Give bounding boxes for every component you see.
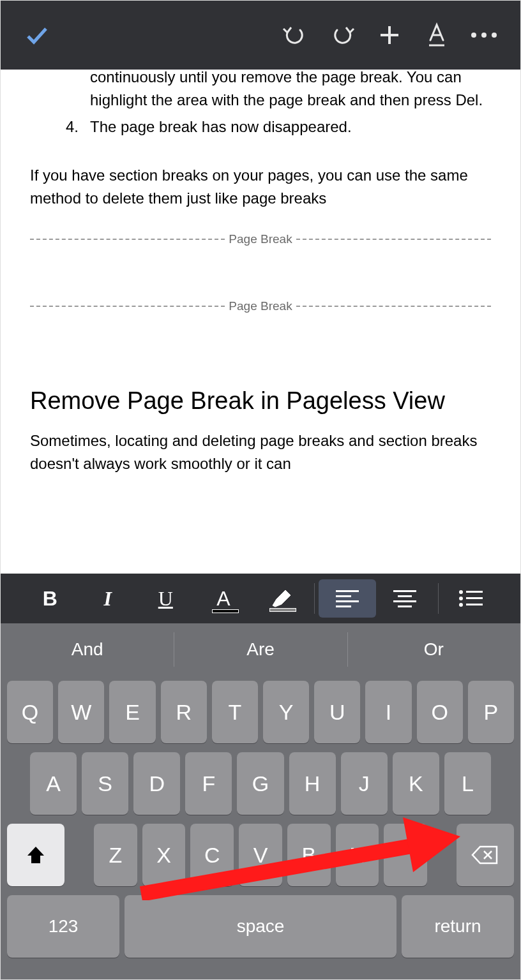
keyboard: And Are Or Q W E R T Y U I O P A S D F bbox=[1, 623, 520, 980]
insert-button[interactable] bbox=[366, 11, 413, 59]
shift-key[interactable] bbox=[7, 824, 64, 886]
page-break-marker[interactable]: Page Break bbox=[30, 230, 491, 249]
key-x[interactable]: X bbox=[142, 824, 186, 886]
bold-button[interactable]: B bbox=[21, 579, 79, 618]
more-icon bbox=[471, 33, 497, 38]
key-y[interactable]: Y bbox=[263, 681, 309, 743]
svg-rect-5 bbox=[466, 591, 483, 593]
key-row: 123 space return bbox=[7, 895, 514, 958]
key-row: Q W E R T Y U I O P bbox=[7, 681, 514, 743]
key-f[interactable]: F bbox=[185, 752, 232, 815]
key-u[interactable]: U bbox=[314, 681, 360, 743]
undo-button[interactable] bbox=[271, 11, 319, 59]
key-m[interactable]: M bbox=[384, 824, 427, 886]
svg-marker-3 bbox=[273, 590, 291, 607]
key-j[interactable]: J bbox=[341, 752, 388, 815]
more-menu-button[interactable] bbox=[460, 11, 508, 59]
bulleted-list-button[interactable] bbox=[442, 579, 501, 618]
suggestion[interactable]: And bbox=[1, 623, 174, 676]
suggestion-bar: And Are Or bbox=[1, 623, 520, 676]
key-v[interactable]: V bbox=[239, 824, 282, 886]
format-toolbar: B I U A bbox=[1, 574, 520, 623]
key-o[interactable]: O bbox=[417, 681, 463, 743]
align-center-icon bbox=[393, 590, 416, 607]
align-center-button[interactable] bbox=[376, 579, 434, 618]
list-item: 3. continuously until you remove the pag… bbox=[30, 70, 491, 112]
key-e[interactable]: E bbox=[109, 681, 155, 743]
key-n[interactable]: N bbox=[336, 824, 379, 886]
backspace-key[interactable] bbox=[457, 824, 514, 886]
key-z[interactable]: Z bbox=[94, 824, 137, 886]
key-r[interactable]: R bbox=[161, 681, 207, 743]
svg-point-4 bbox=[459, 590, 463, 594]
key-t[interactable]: T bbox=[212, 681, 258, 743]
top-toolbar bbox=[1, 1, 520, 70]
key-l[interactable]: L bbox=[444, 752, 491, 815]
suggestion[interactable]: Are bbox=[174, 623, 347, 676]
key-q[interactable]: Q bbox=[7, 681, 53, 743]
svg-point-8 bbox=[459, 603, 463, 607]
text-format-button[interactable] bbox=[413, 11, 460, 59]
key-s[interactable]: S bbox=[82, 752, 128, 815]
key-b[interactable]: B bbox=[287, 824, 331, 886]
align-left-button[interactable] bbox=[319, 579, 377, 618]
key-i[interactable]: I bbox=[365, 681, 411, 743]
list-icon bbox=[458, 589, 484, 608]
paragraph: Sometimes, locating and deleting page br… bbox=[30, 417, 491, 475]
svg-point-6 bbox=[459, 597, 463, 600]
space-key[interactable]: space bbox=[125, 895, 396, 958]
heading: Remove Page Break in Pageless View bbox=[30, 385, 491, 417]
key-a[interactable]: A bbox=[30, 752, 77, 815]
key-w[interactable]: W bbox=[58, 681, 104, 743]
key-k[interactable]: K bbox=[393, 752, 439, 815]
underline-button[interactable]: U bbox=[137, 579, 195, 618]
key-row: A S D F G H J K L bbox=[7, 752, 514, 815]
done-check-button[interactable] bbox=[13, 11, 61, 59]
svg-rect-9 bbox=[466, 604, 483, 605]
key-p[interactable]: P bbox=[468, 681, 514, 743]
text-color-button[interactable]: A bbox=[195, 579, 253, 618]
align-left-icon bbox=[336, 590, 359, 607]
svg-rect-7 bbox=[466, 597, 483, 599]
key-h[interactable]: H bbox=[289, 752, 336, 815]
return-key[interactable]: return bbox=[402, 895, 514, 958]
key-row: Z X C V B N M bbox=[7, 824, 514, 886]
suggestion[interactable]: Or bbox=[347, 623, 520, 676]
italic-button[interactable]: I bbox=[79, 579, 137, 618]
highlight-button[interactable] bbox=[252, 579, 310, 618]
document-area[interactable]: 3. continuously until you remove the pag… bbox=[1, 70, 520, 574]
key-g[interactable]: G bbox=[237, 752, 283, 815]
paragraph: If you have section breaks on your pages… bbox=[30, 142, 491, 210]
page-break-marker[interactable]: Page Break bbox=[30, 297, 491, 316]
key-c[interactable]: C bbox=[190, 824, 234, 886]
key-d[interactable]: D bbox=[133, 752, 180, 815]
list-item: 4. The page break has now disappeared. bbox=[30, 115, 491, 138]
redo-button[interactable] bbox=[319, 11, 366, 59]
numbers-key[interactable]: 123 bbox=[7, 895, 119, 958]
